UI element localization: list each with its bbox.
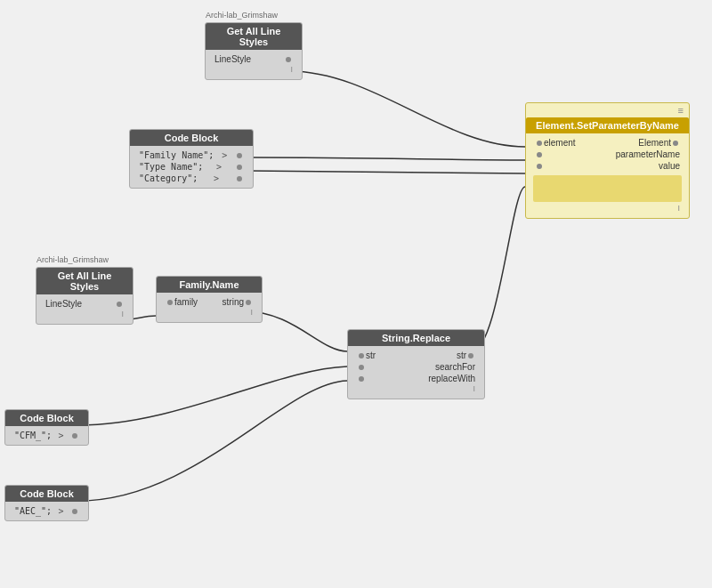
set-param-indicator: I <box>531 204 684 214</box>
node-label-top: Archi-lab_Grimshaw <box>206 11 278 20</box>
port-dot-searchfor <box>359 365 364 370</box>
port-dot-value-in <box>537 164 542 169</box>
port-dot-paramname-in <box>537 152 542 157</box>
port-linestyle-top: LineStyle <box>214 54 251 64</box>
port-dot-aec <box>72 509 77 514</box>
port-dot-code-2 <box>237 165 242 170</box>
port-dot-str-in <box>359 353 364 358</box>
port-dot-code-3 <box>237 176 242 181</box>
node-get-all-line-styles-bottom: Archi-lab_Grimshaw Get All Line Styles L… <box>36 267 134 325</box>
arrow-cfm: > <box>59 431 64 440</box>
port-str-out: str <box>457 350 466 360</box>
node-code-block-aec: Code Block "AEC_"; > <box>4 485 89 521</box>
node-set-parameter: ≡ Element.SetParameterByName element Ele… <box>525 102 690 219</box>
port-dot-element-in <box>537 141 542 146</box>
conn-1 <box>289 71 525 147</box>
port-replacewith: replaceWith <box>428 374 475 383</box>
node-header-string-replace: String.Replace <box>348 330 484 346</box>
port-dot-str-out <box>468 353 473 358</box>
port-searchfor: searchFor <box>435 362 475 372</box>
conn-3 <box>249 171 525 173</box>
node-label-bottom: Archi-lab_Grimshaw <box>36 255 109 264</box>
arrow-3: > <box>214 173 219 183</box>
node-header-set-param: Element.SetParameterByName <box>526 117 689 133</box>
node-family-name: Family.Name family string I <box>156 276 263 323</box>
port-family-out-label: string <box>222 297 244 307</box>
arrow-2: > <box>216 162 222 172</box>
port-dot-family-in <box>167 300 173 305</box>
arrow-1: > <box>222 150 227 160</box>
conn-7 <box>78 366 347 425</box>
arrow-aec: > <box>59 506 64 516</box>
menu-icon: ≡ <box>526 103 689 117</box>
code-aec-line: "AEC_"; <box>14 506 52 516</box>
port-dot-cfm <box>72 433 77 439</box>
code-line-3: "Category"; <box>139 173 198 183</box>
port-value: value <box>659 161 680 171</box>
port-str-in: str <box>366 350 376 360</box>
port-dot-bottom-out <box>117 302 122 307</box>
node-header-code-aec: Code Block <box>5 486 88 502</box>
port-dot-code-1 <box>237 153 242 158</box>
node-header-code-cfm: Code Block <box>5 410 88 426</box>
yellow-value-area <box>533 175 682 202</box>
conn-8 <box>78 381 347 501</box>
node-get-all-line-styles-top: Archi-lab_Grimshaw Get All Line Styles L… <box>205 22 303 80</box>
port-dot-replacewith <box>359 376 364 382</box>
port-element: element <box>544 138 576 148</box>
conn-6 <box>472 187 525 351</box>
node-header-get-all-top: Get All Line Styles <box>206 23 302 50</box>
node-code-block-cfm: Code Block "CFM_"; > <box>4 409 89 446</box>
code-line-1: "Family Name"; <box>139 150 214 160</box>
node-code-block-top: Code Block "Family Name"; > "Type Name";… <box>129 129 254 189</box>
port-dot-top-out <box>286 57 291 62</box>
port-linestyle-bottom: LineStyle <box>45 299 82 309</box>
port-dot-family-out <box>246 300 251 305</box>
node-header-family-name: Family.Name <box>157 277 262 293</box>
node-header-get-all-bottom: Get All Line Styles <box>36 268 133 294</box>
port-dot-element-out <box>673 141 678 146</box>
node-string-replace: String.Replace str str searchFor replace… <box>347 329 485 399</box>
code-line-2: "Type Name"; <box>139 162 203 172</box>
port-family-in-label: family <box>174 297 198 307</box>
node-header-code-top: Code Block <box>130 130 253 146</box>
code-cfm-line: "CFM_"; <box>14 431 52 440</box>
conn-2 <box>249 157 525 160</box>
port-element-out-label: Element <box>638 138 671 148</box>
port-paramname: parameterName <box>616 149 680 159</box>
